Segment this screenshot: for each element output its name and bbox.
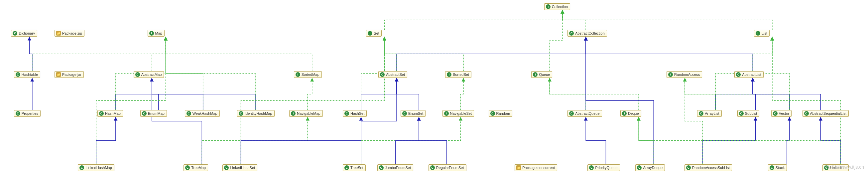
edge-IdentityHashMap-AbstractMap [152, 78, 255, 110]
node-label: AbstractSequentialList [810, 111, 846, 115]
edge-PriorityQueue-AbstractQueue [586, 117, 606, 164]
node-hashmap: HashMap [97, 110, 123, 117]
node-hashtable: Hashtable [14, 71, 40, 78]
edge-Queue-Collection [550, 10, 562, 71]
node-dictionary: Dictionary [11, 30, 37, 37]
node-abstractqueue: AbstractQueue [567, 110, 602, 117]
node-label: TreeMap [191, 166, 206, 170]
node-treeset: TreeSet [343, 164, 366, 171]
edge-LinkedHashSet-HashSet [241, 117, 361, 164]
edge-SortedMap-Map [166, 37, 312, 71]
node-label: RandomAccess [674, 73, 700, 77]
class-icon [344, 165, 349, 170]
node-enummap: EnumMap [140, 110, 167, 117]
class-icon [490, 111, 495, 116]
edge-AbstractSet-AbstractCollection [397, 37, 586, 71]
node-label: ArrayDeque [643, 166, 662, 170]
class-icon [185, 165, 190, 170]
node-priorityqueue: PriorityQueue [587, 164, 620, 171]
node-label: Set [374, 31, 379, 35]
edge-TreeSet-AbstractSet [361, 78, 397, 164]
class-icon [16, 111, 20, 116]
node-label: Package jar [62, 73, 82, 77]
node-label: List [762, 31, 767, 35]
class-icon [142, 111, 147, 116]
edge-AbstractCollection-Collection [562, 10, 586, 30]
edge-Stack-Vector [786, 117, 789, 164]
class-icon [99, 111, 104, 116]
class-icon [224, 165, 229, 170]
edge-Deque-Queue [550, 78, 639, 110]
node-abstractcollection: AbstractCollection [567, 30, 607, 37]
node-label: RandomAccessSubList [692, 166, 730, 170]
edge-TreeMap-AbstractMap [152, 78, 202, 164]
node-set: Set [366, 30, 382, 37]
edge-RandomAccessSubList-SubList [703, 117, 756, 164]
edge-ArrayList-AbstractList [715, 78, 753, 110]
class-icon [770, 165, 774, 170]
package-icon [516, 165, 521, 170]
class-icon [12, 31, 17, 36]
class-icon [804, 111, 809, 116]
node-label: Queue [539, 73, 550, 77]
edge-AbstractList-List [753, 37, 772, 71]
edge-RandomAccessSubList-RandomAccess [685, 78, 703, 164]
node-enumset: EnumSet [401, 110, 426, 117]
node-abstractsequentiallist: AbstractSequentialList [803, 110, 849, 117]
node-randomaccess: RandomAccess [666, 71, 702, 78]
interface-icon [149, 31, 154, 36]
node-label: TreeSet [350, 166, 363, 170]
interface-icon [756, 31, 760, 36]
edge-LinkedList-Deque [639, 117, 841, 164]
node-label: Map [155, 31, 162, 35]
node-linkedhashmap: LinkedHashMap [78, 164, 114, 171]
node-label: Package zip [62, 31, 82, 35]
edge-List-Collection [562, 10, 772, 30]
node-packagezip: Package zip [55, 30, 85, 37]
node-label: Collection [552, 5, 568, 9]
class-icon [569, 111, 574, 116]
node-label: Package concurrent [522, 166, 555, 170]
class-icon [773, 111, 778, 116]
node-sortedmap: SortedMap [294, 71, 322, 78]
node-label: HashMap [105, 111, 121, 115]
node-list: List [754, 30, 770, 37]
edge-LinkedList-AbstractSequentialList [821, 117, 841, 164]
node-label: Stack [776, 166, 785, 170]
node-label: ArrayList [705, 111, 719, 115]
interface-icon [668, 72, 673, 77]
edge-LinkedList-List [772, 37, 841, 164]
node-label: WeakHashMap [192, 111, 217, 115]
node-hashset: HashSet [343, 110, 367, 117]
edge-EnumMap-AbstractMap [152, 78, 159, 110]
edge-JumboEnumSet-EnumSet [396, 117, 419, 164]
interface-icon [546, 4, 551, 9]
node-jumboenumset: JumboEnumSet [377, 164, 413, 171]
node-arraylist: ArrayList [697, 110, 721, 117]
node-packageconcurrent: Package concurrent [515, 164, 557, 171]
class-icon [699, 111, 704, 116]
interface-icon [622, 111, 627, 116]
edge-Vector-List [772, 37, 789, 110]
edge-WeakHashMap-AbstractMap [152, 78, 203, 110]
node-collection: Collection [544, 3, 570, 10]
node-regularenumset: RegularEnumSet [429, 164, 466, 171]
node-label: Deque [628, 111, 639, 115]
edge-NavigableSet-SortedSet [461, 78, 463, 110]
edge-NavigableMap-SortedMap [308, 78, 312, 110]
class-icon [739, 111, 744, 116]
diagram-canvas: 技术网 www.itjs.cn DictionaryPackage zipHas… [0, 0, 868, 173]
edge-Vector-RandomAccess [685, 78, 789, 110]
node-abstractset: AbstractSet [378, 71, 407, 78]
node-randomaccesssublist: RandomAccessSubList [684, 164, 732, 171]
node-random: Random [489, 110, 513, 117]
package-icon [56, 72, 61, 77]
node-abstractmap: AbstractMap [134, 71, 164, 78]
node-navigableset: NavigableSet [442, 110, 474, 117]
edge-Hashtable-Dictionary [29, 37, 32, 71]
node-queue: Queue [531, 71, 552, 78]
node-label: SubList [745, 111, 757, 115]
edge-TreeMap-NavigableMap [202, 117, 308, 164]
edge-AbstractSet-Set [384, 37, 397, 71]
edge-LinkedHashMap-Map [96, 37, 165, 164]
